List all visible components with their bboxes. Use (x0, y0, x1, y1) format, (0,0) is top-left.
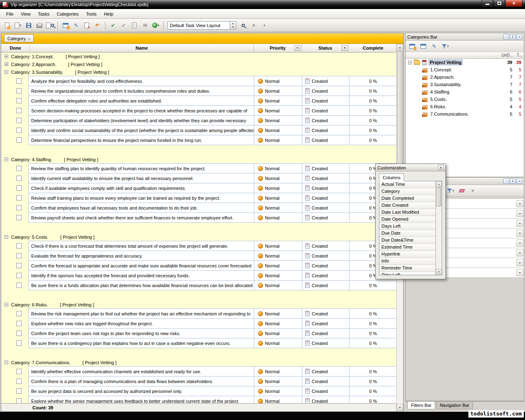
done-checkbox[interactable] (16, 195, 22, 201)
dropdown-arrow-icon[interactable]: ▾ (516, 269, 523, 276)
column-field-item[interactable]: Estimated Time (379, 244, 436, 251)
layout-select[interactable]: Default Task View Layout ▲▼ (167, 21, 236, 30)
done-checkbox[interactable] (16, 166, 22, 171)
done-checkbox[interactable] (16, 118, 22, 123)
done-checkbox[interactable] (16, 185, 22, 191)
filter-categories-button[interactable]: ▾ (441, 42, 450, 51)
clear-filter-button[interactable] (457, 186, 466, 195)
done-checkbox[interactable] (16, 137, 22, 143)
scrollbar-thumb[interactable] (436, 187, 441, 206)
done-checkbox[interactable] (16, 398, 22, 403)
collapse-icon[interactable]: − (5, 361, 8, 364)
task-row[interactable]: Determine financial perspectives to ensu… (1, 135, 397, 145)
category-tree-item[interactable]: 7.Communications.55 (406, 110, 524, 118)
column-field-item[interactable]: Due Date&Time (379, 237, 436, 244)
dropdown-arrow-icon[interactable]: ▾ (516, 200, 523, 207)
tab-navigation-bar[interactable]: Navigation Bar (436, 402, 473, 409)
maximize-button[interactable] (493, 0, 505, 7)
dropdown-arrow-icon[interactable]: ▾ (516, 259, 523, 266)
done-checkbox[interactable] (16, 379, 22, 384)
minimize-button[interactable] (482, 0, 493, 7)
task-row[interactable]: Be sure there is a contingency plan that… (1, 338, 397, 348)
layout-spinner[interactable]: ▲▼ (230, 22, 236, 29)
task-row[interactable]: Confirm effective delegation rules and a… (1, 96, 397, 106)
mark-undone-button[interactable]: ✔ (119, 21, 128, 30)
columns-list-scrollbar[interactable]: ▲ ▼ (436, 181, 442, 275)
panel-pin-button[interactable]: ↧ (510, 34, 516, 39)
done-checkbox[interactable] (16, 283, 22, 288)
delete-task-button[interactable]: × (82, 21, 91, 30)
group-row[interactable]: −Category: 7.Communications.[ Project Ve… (1, 358, 397, 366)
column-field-item[interactable]: Actual Time (379, 181, 436, 188)
done-checkbox[interactable] (16, 388, 22, 394)
done-checkbox[interactable] (16, 331, 22, 336)
task-row[interactable]: Review the organizational structure to c… (1, 86, 397, 96)
panel-close-button[interactable]: × (516, 178, 522, 184)
task-row[interactable]: Review payroll sheets and check whether … (1, 212, 397, 223)
collapse-icon[interactable]: − (5, 70, 8, 74)
task-row[interactable]: Analyze the project for feasibility and … (1, 76, 397, 86)
collapse-icon[interactable]: − (5, 235, 8, 239)
status-filter-button[interactable]: ▾ (342, 45, 347, 51)
task-row[interactable]: Evaluate the forecast for appropriatenes… (1, 251, 397, 261)
scroll-down-icon[interactable]: ▼ (397, 404, 403, 411)
column-field-item[interactable]: Due Date (379, 230, 436, 237)
scroll-up-icon[interactable]: ▲ (397, 44, 403, 51)
clear-view-button[interactable]: × (249, 21, 258, 30)
apply-filter-button[interactable]: ▾ (446, 186, 455, 195)
done-checkbox[interactable] (16, 273, 22, 278)
tab-filters-bar[interactable]: Filters Bar (407, 402, 435, 409)
column-header-done[interactable]: Done (1, 44, 30, 52)
panel-restore-button[interactable]: ▫ (503, 34, 509, 39)
panel-restore-button[interactable]: ▫ (503, 178, 509, 184)
category-tree-root[interactable]: −Project Vetting3939 (406, 59, 524, 66)
mark-done-button[interactable]: ✔ (108, 21, 118, 30)
task-row[interactable]: Confirm the forecast is appropriate and … (1, 260, 397, 271)
scroll-down-icon[interactable]: ▼ (436, 269, 442, 275)
done-checkbox[interactable] (16, 253, 22, 258)
close-button[interactable]: × (505, 0, 523, 7)
column-field-item[interactable]: Date Opened (379, 216, 436, 223)
menu-categories[interactable]: Categories (53, 10, 82, 18)
menu-view[interactable]: View (17, 10, 34, 18)
done-checkbox[interactable] (16, 263, 22, 268)
customization-titlebar[interactable]: Customization × (376, 164, 445, 171)
task-row[interactable]: Confirm there is a plan of managing comm… (1, 376, 397, 386)
menu-help[interactable]: Help (100, 10, 117, 18)
done-checkbox[interactable] (16, 78, 22, 84)
column-field-item[interactable]: Reminder Time (379, 265, 436, 272)
dropdown-arrow-icon[interactable]: ▾ (516, 210, 523, 217)
group-row[interactable]: +Category: 1.Concept.[ Project Vetting ] (1, 52, 397, 60)
column-field-item[interactable]: Date Last Modified (379, 209, 436, 216)
collapse-icon[interactable]: − (5, 158, 8, 161)
group-row[interactable]: −Category: 5.Costs.[ Project Vetting ] (1, 233, 397, 241)
done-checkbox[interactable] (16, 128, 22, 133)
group-row[interactable]: −Category: 3.Sustainability.[ Project Ve… (1, 68, 397, 76)
column-header-name[interactable]: Name (30, 44, 254, 52)
category-tree-item[interactable]: 2.Approach.77 (406, 73, 524, 81)
column-header-priority[interactable]: Priority ▾ (254, 44, 302, 52)
column-field-item[interactable]: Date Completed (379, 195, 436, 202)
dropdown-arrow-icon[interactable]: ▾ (516, 240, 523, 247)
panel-close-button[interactable]: × (516, 34, 522, 39)
group-row[interactable]: −Category: 4.Staffing.[ Project Vetting … (1, 155, 397, 163)
column-header-status[interactable]: Status ▾ (302, 44, 349, 52)
collapse-icon[interactable]: − (408, 61, 412, 64)
task-row[interactable]: Identify if the sponsor has accepted the… (1, 270, 397, 281)
task-row[interactable]: Identify whether effective communication… (1, 366, 397, 377)
group-row[interactable]: +Category: 2.Approach.[ Project Vetting … (1, 60, 397, 68)
task-row[interactable]: Be sure project data is secured and acce… (1, 386, 397, 396)
print-button[interactable] (34, 21, 44, 30)
category-tree-item[interactable]: 4.Staffing.66 (406, 88, 524, 96)
column-field-item[interactable]: Info (379, 258, 436, 265)
customization-close-button[interactable]: × (438, 165, 444, 170)
task-row[interactable]: Check if available employees comply with… (1, 183, 397, 193)
task-row[interactable]: Review the staffing plan to identify qua… (1, 163, 397, 173)
category-tree-item[interactable]: 5.Costs.55 (406, 96, 524, 103)
task-row[interactable]: Identify and confirm social sustainabili… (1, 125, 397, 135)
task-email-button[interactable]: ✉ (140, 21, 150, 30)
toolbar-overflow-button[interactable]: ▾ (260, 21, 269, 30)
save-button[interactable] (24, 21, 33, 30)
scroll-up-icon[interactable]: ▲ (436, 181, 442, 187)
task-row[interactable]: Explore whether the senior management us… (1, 396, 397, 403)
